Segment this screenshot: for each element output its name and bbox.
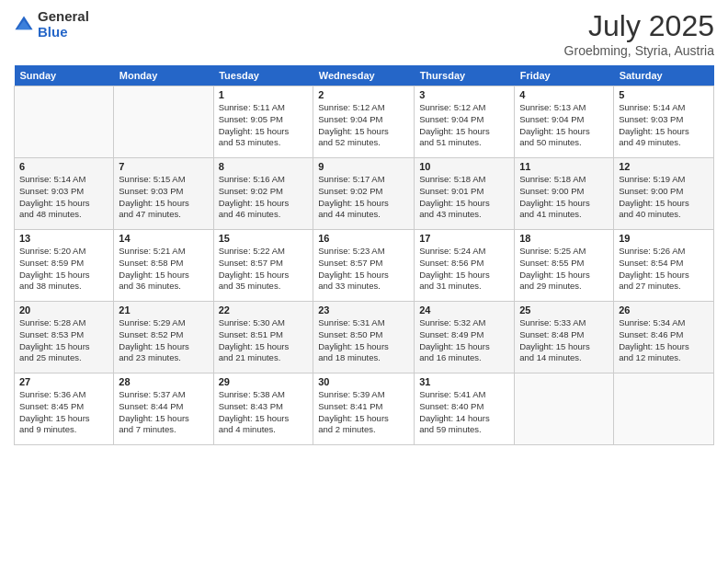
day-info: Sunrise: 5:34 AM Sunset: 8:46 PM Dayligh…: [619, 317, 709, 364]
day-cell: 31Sunrise: 5:41 AM Sunset: 8:40 PM Dayli…: [415, 373, 515, 445]
day-number: 14: [119, 233, 208, 244]
day-info: Sunrise: 5:26 AM Sunset: 8:54 PM Dayligh…: [619, 246, 709, 293]
day-info: Sunrise: 5:23 AM Sunset: 8:57 PM Dayligh…: [318, 246, 409, 293]
week-row-5: 27Sunrise: 5:36 AM Sunset: 8:45 PM Dayli…: [15, 373, 714, 445]
day-cell: 29Sunrise: 5:38 AM Sunset: 8:43 PM Dayli…: [213, 373, 313, 445]
day-cell: 18Sunrise: 5:25 AM Sunset: 8:55 PM Dayli…: [515, 230, 614, 302]
day-info: Sunrise: 5:30 AM Sunset: 8:51 PM Dayligh…: [219, 317, 309, 364]
day-info: Sunrise: 5:15 AM Sunset: 9:03 PM Dayligh…: [119, 174, 208, 221]
day-cell: 10Sunrise: 5:18 AM Sunset: 9:01 PM Dayli…: [415, 158, 515, 230]
day-number: 15: [219, 233, 309, 244]
month-title: July 2025: [564, 9, 714, 43]
logo-icon: [14, 15, 34, 35]
day-info: Sunrise: 5:16 AM Sunset: 9:02 PM Dayligh…: [219, 174, 309, 221]
col-saturday: Saturday: [614, 65, 714, 86]
day-cell: 5Sunrise: 5:14 AM Sunset: 9:03 PM Daylig…: [614, 86, 714, 158]
day-cell: 27Sunrise: 5:36 AM Sunset: 8:45 PM Dayli…: [15, 373, 114, 445]
day-number: 24: [419, 304, 509, 316]
day-info: Sunrise: 5:36 AM Sunset: 8:45 PM Dayligh…: [19, 389, 108, 436]
day-number: 22: [219, 304, 309, 316]
day-info: Sunrise: 5:21 AM Sunset: 8:58 PM Dayligh…: [119, 246, 208, 293]
day-cell: 6Sunrise: 5:14 AM Sunset: 9:03 PM Daylig…: [15, 158, 114, 230]
day-number: 31: [419, 376, 509, 387]
day-info: Sunrise: 5:22 AM Sunset: 8:57 PM Dayligh…: [219, 246, 309, 293]
day-info: Sunrise: 5:12 AM Sunset: 9:04 PM Dayligh…: [419, 102, 509, 149]
logo-blue: Blue: [38, 25, 89, 40]
logo-general: General: [38, 9, 89, 25]
day-cell: 23Sunrise: 5:31 AM Sunset: 8:50 PM Dayli…: [313, 302, 415, 373]
day-number: 3: [419, 89, 509, 100]
day-cell: 11Sunrise: 5:18 AM Sunset: 9:00 PM Dayli…: [515, 158, 614, 230]
day-info: Sunrise: 5:33 AM Sunset: 8:48 PM Dayligh…: [519, 317, 609, 364]
day-number: 10: [419, 161, 509, 172]
day-info: Sunrise: 5:17 AM Sunset: 9:02 PM Dayligh…: [318, 174, 409, 221]
day-cell: 12Sunrise: 5:19 AM Sunset: 9:00 PM Dayli…: [614, 158, 714, 230]
location: Groebming, Styria, Austria: [564, 43, 714, 58]
day-cell: 15Sunrise: 5:22 AM Sunset: 8:57 PM Dayli…: [213, 230, 313, 302]
title-section: July 2025 Groebming, Styria, Austria: [564, 9, 714, 58]
day-cell: [114, 86, 213, 158]
day-cell: 20Sunrise: 5:28 AM Sunset: 8:53 PM Dayli…: [15, 302, 114, 373]
day-info: Sunrise: 5:41 AM Sunset: 8:40 PM Dayligh…: [419, 389, 509, 436]
day-info: Sunrise: 5:25 AM Sunset: 8:55 PM Dayligh…: [519, 246, 609, 293]
day-number: 11: [519, 161, 609, 172]
day-info: Sunrise: 5:31 AM Sunset: 8:50 PM Dayligh…: [318, 317, 409, 364]
day-number: 12: [619, 161, 709, 172]
day-number: 16: [318, 233, 409, 244]
col-tuesday: Tuesday: [213, 65, 313, 86]
day-cell: 7Sunrise: 5:15 AM Sunset: 9:03 PM Daylig…: [114, 158, 213, 230]
calendar-table: Sunday Monday Tuesday Wednesday Thursday…: [14, 65, 714, 445]
day-info: Sunrise: 5:11 AM Sunset: 9:05 PM Dayligh…: [219, 102, 309, 149]
day-number: 26: [619, 304, 709, 316]
day-number: 28: [119, 376, 208, 387]
day-cell: 4Sunrise: 5:13 AM Sunset: 9:04 PM Daylig…: [515, 86, 614, 158]
logo: General Blue: [14, 9, 89, 40]
day-info: Sunrise: 5:37 AM Sunset: 8:44 PM Dayligh…: [119, 389, 208, 436]
day-info: Sunrise: 5:18 AM Sunset: 9:00 PM Dayligh…: [519, 174, 609, 221]
day-cell: 9Sunrise: 5:17 AM Sunset: 9:02 PM Daylig…: [313, 158, 415, 230]
day-number: 23: [318, 304, 409, 316]
day-number: 30: [318, 376, 409, 387]
day-cell: 28Sunrise: 5:37 AM Sunset: 8:44 PM Dayli…: [114, 373, 213, 445]
day-cell: 2Sunrise: 5:12 AM Sunset: 9:04 PM Daylig…: [313, 86, 415, 158]
day-cell: [614, 373, 714, 445]
day-info: Sunrise: 5:29 AM Sunset: 8:52 PM Dayligh…: [119, 317, 208, 364]
col-wednesday: Wednesday: [313, 65, 415, 86]
day-number: 1: [219, 89, 309, 100]
day-info: Sunrise: 5:28 AM Sunset: 8:53 PM Dayligh…: [19, 317, 108, 364]
day-cell: 21Sunrise: 5:29 AM Sunset: 8:52 PM Dayli…: [114, 302, 213, 373]
day-number: 18: [519, 233, 609, 244]
day-info: Sunrise: 5:24 AM Sunset: 8:56 PM Dayligh…: [419, 246, 509, 293]
day-info: Sunrise: 5:14 AM Sunset: 9:03 PM Dayligh…: [19, 174, 108, 221]
day-cell: 24Sunrise: 5:32 AM Sunset: 8:49 PM Dayli…: [415, 302, 515, 373]
col-sunday: Sunday: [15, 65, 114, 86]
col-thursday: Thursday: [415, 65, 515, 86]
logo-text: General Blue: [38, 9, 89, 40]
week-row-3: 13Sunrise: 5:20 AM Sunset: 8:59 PM Dayli…: [15, 230, 714, 302]
day-number: 13: [19, 233, 108, 244]
day-number: 27: [19, 376, 108, 387]
day-number: 9: [318, 161, 409, 172]
day-cell: 13Sunrise: 5:20 AM Sunset: 8:59 PM Dayli…: [15, 230, 114, 302]
day-number: 19: [619, 233, 709, 244]
day-info: Sunrise: 5:39 AM Sunset: 8:41 PM Dayligh…: [318, 389, 409, 436]
col-monday: Monday: [114, 65, 213, 86]
day-number: 8: [219, 161, 309, 172]
day-info: Sunrise: 5:14 AM Sunset: 9:03 PM Dayligh…: [619, 102, 709, 149]
day-cell: 14Sunrise: 5:21 AM Sunset: 8:58 PM Dayli…: [114, 230, 213, 302]
day-info: Sunrise: 5:12 AM Sunset: 9:04 PM Dayligh…: [318, 102, 409, 149]
day-cell: 30Sunrise: 5:39 AM Sunset: 8:41 PM Dayli…: [313, 373, 415, 445]
day-cell: 19Sunrise: 5:26 AM Sunset: 8:54 PM Dayli…: [614, 230, 714, 302]
day-cell: 3Sunrise: 5:12 AM Sunset: 9:04 PM Daylig…: [415, 86, 515, 158]
day-number: 6: [19, 161, 108, 172]
calendar-header-row: Sunday Monday Tuesday Wednesday Thursday…: [15, 65, 714, 86]
day-cell: 8Sunrise: 5:16 AM Sunset: 9:02 PM Daylig…: [213, 158, 313, 230]
day-cell: [515, 373, 614, 445]
col-friday: Friday: [515, 65, 614, 86]
day-cell: 25Sunrise: 5:33 AM Sunset: 8:48 PM Dayli…: [515, 302, 614, 373]
day-cell: 1Sunrise: 5:11 AM Sunset: 9:05 PM Daylig…: [213, 86, 313, 158]
day-info: Sunrise: 5:18 AM Sunset: 9:01 PM Dayligh…: [419, 174, 509, 221]
day-info: Sunrise: 5:32 AM Sunset: 8:49 PM Dayligh…: [419, 317, 509, 364]
calendar-page: General Blue July 2025 Groebming, Styria…: [0, 0, 728, 563]
day-number: 29: [219, 376, 309, 387]
